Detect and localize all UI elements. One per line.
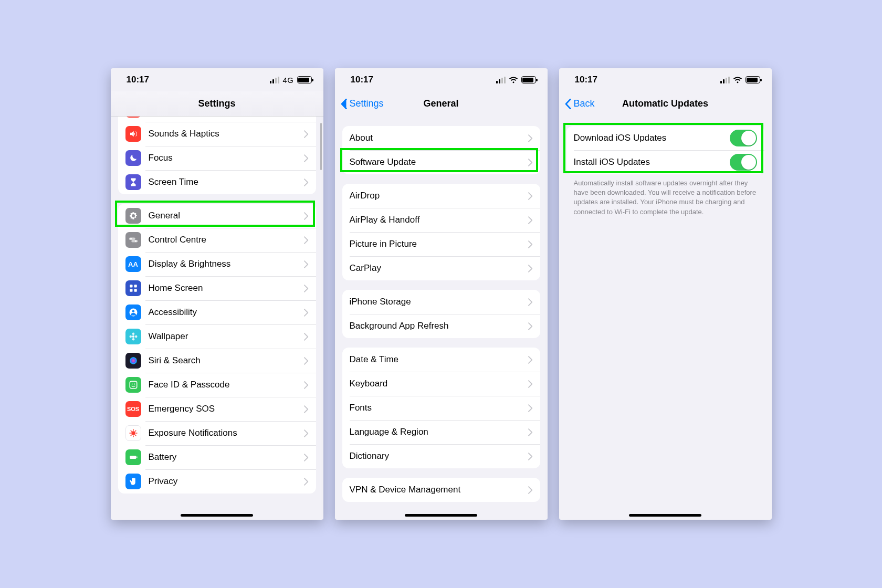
row-label: Emergency SOS xyxy=(149,404,304,414)
general-group-about: AboutSoftware Update xyxy=(342,126,540,174)
chevron-right-icon xyxy=(528,265,533,272)
page-title: Settings xyxy=(198,98,235,109)
chevron-right-icon xyxy=(304,405,309,413)
row-label: Accessibility xyxy=(149,307,304,318)
status-time: 10:17 xyxy=(351,75,373,85)
list-row-vpn[interactable]: VPN & Device Management xyxy=(342,478,540,502)
network-label: 4G xyxy=(282,76,293,85)
list-row-accessibility[interactable]: Accessibility xyxy=(118,300,316,324)
nav-bar: Back Automatic Updates xyxy=(559,91,772,117)
speaker-icon xyxy=(125,126,141,142)
toggle-switch[interactable] xyxy=(730,130,757,146)
list-row-general[interactable]: General xyxy=(118,204,316,228)
row-label: Keyboard xyxy=(350,379,528,389)
toggle-switch[interactable] xyxy=(730,154,757,171)
svg-point-9 xyxy=(132,333,134,335)
list-row-sounds-haptics[interactable]: Sounds & Haptics xyxy=(118,122,316,146)
chevron-right-icon xyxy=(528,216,533,224)
list-row-siri-search[interactable]: Siri & Search xyxy=(118,349,316,373)
list-row-wallpaper[interactable]: Wallpaper xyxy=(118,324,316,349)
row-label: Wallpaper xyxy=(149,331,304,342)
person-icon xyxy=(125,304,141,320)
svg-rect-14 xyxy=(130,381,137,388)
row-label: Home Screen xyxy=(149,283,304,293)
home-indicator[interactable] xyxy=(629,514,701,517)
svg-point-0 xyxy=(130,238,132,239)
list-row-about[interactable]: About xyxy=(342,126,540,150)
chevron-right-icon xyxy=(304,333,309,341)
chevron-right-icon xyxy=(528,453,533,460)
list-row-notifications[interactable]: Notifications xyxy=(118,117,316,122)
row-label: Background App Refresh xyxy=(350,321,528,331)
back-button[interactable]: Settings xyxy=(340,98,384,109)
row-label: Display & Brightness xyxy=(149,259,304,269)
svg-rect-19 xyxy=(136,457,138,458)
list-row-language-region[interactable]: Language & Region xyxy=(342,420,540,444)
battery-icon xyxy=(297,76,312,83)
nav-bar: Settings General xyxy=(335,91,548,117)
list-row-privacy[interactable]: Privacy xyxy=(118,469,316,494)
list-row-date-time[interactable]: Date & Time xyxy=(342,348,540,372)
svg-rect-4 xyxy=(130,289,132,292)
chevron-right-icon xyxy=(304,381,309,389)
home-indicator[interactable] xyxy=(405,514,477,517)
list-row-screen-time[interactable]: Screen Time xyxy=(118,170,316,194)
list-row-airplay-handoff[interactable]: AirPlay & Handoff xyxy=(342,208,540,232)
list-row-display-brightness[interactable]: AADisplay & Brightness xyxy=(118,252,316,276)
toggle-row-download-ios-updates: Download iOS Updates xyxy=(566,126,764,150)
list-row-fonts[interactable]: Fonts xyxy=(342,396,540,420)
list-row-picture-in-picture[interactable]: Picture in Picture xyxy=(342,232,540,256)
list-row-control-centre[interactable]: Control Centre xyxy=(118,228,316,252)
row-label: iPhone Storage xyxy=(350,297,528,307)
list-row-carplay[interactable]: CarPlay xyxy=(342,256,540,280)
list-row-software-update[interactable]: Software Update xyxy=(342,150,540,174)
settings-group-general: GeneralControl CentreAADisplay & Brightn… xyxy=(118,204,316,494)
chevron-right-icon xyxy=(304,357,309,365)
status-bar: 10:17 xyxy=(335,68,548,91)
chevron-right-icon xyxy=(304,309,309,317)
list-row-dictionary[interactable]: Dictionary xyxy=(342,444,540,468)
status-right xyxy=(720,76,760,83)
switches-icon xyxy=(125,232,141,248)
toggle-label: Download iOS Updates xyxy=(574,133,730,143)
page-title: Automatic Updates xyxy=(622,98,708,109)
row-label: CarPlay xyxy=(350,263,528,274)
svg-point-1 xyxy=(135,240,136,242)
chevron-right-icon xyxy=(304,260,309,268)
svg-point-17 xyxy=(131,431,135,435)
scrollbar[interactable] xyxy=(320,123,322,170)
row-label: Privacy xyxy=(149,476,304,487)
list-row-face-id-passcode[interactable]: Face ID & Passcode xyxy=(118,373,316,397)
nav-bar: Settings xyxy=(111,91,323,117)
chevron-right-icon xyxy=(304,236,309,244)
status-bar: 10:17 4G xyxy=(111,68,323,91)
list-row-exposure-notifications[interactable]: Exposure Notifications xyxy=(118,421,316,445)
list-row-keyboard[interactable]: Keyboard xyxy=(342,372,540,396)
general-group-peek: VPN & Device Management xyxy=(342,478,540,502)
face-icon xyxy=(125,377,141,393)
svg-rect-2 xyxy=(130,285,132,287)
row-label: AirPlay & Handoff xyxy=(350,215,528,225)
chevron-right-icon xyxy=(528,428,533,436)
grid-icon xyxy=(125,280,141,296)
general-group-airdrop: AirDropAirPlay & HandoffPicture in Pictu… xyxy=(342,184,540,280)
list-row-airdrop[interactable]: AirDrop xyxy=(342,184,540,208)
row-label: Software Update xyxy=(350,157,528,167)
svg-rect-3 xyxy=(134,285,136,287)
row-label: Sounds & Haptics xyxy=(149,129,304,139)
chevron-right-icon xyxy=(528,356,533,364)
list-row-iphone-storage[interactable]: iPhone Storage xyxy=(342,290,540,314)
list-row-battery[interactable]: Battery xyxy=(118,445,316,469)
list-row-home-screen[interactable]: Home Screen xyxy=(118,276,316,300)
svg-rect-5 xyxy=(134,289,136,292)
list-row-emergency-sos[interactable]: SOSEmergency SOS xyxy=(118,397,316,421)
hourglass-icon xyxy=(125,174,141,190)
siri-icon xyxy=(125,353,141,369)
chevron-right-icon xyxy=(528,404,533,412)
status-time: 10:17 xyxy=(127,75,149,85)
list-row-background-app-refresh[interactable]: Background App Refresh xyxy=(342,314,540,338)
back-button[interactable]: Back xyxy=(564,98,595,109)
home-indicator[interactable] xyxy=(181,514,253,517)
toggle-label: Install iOS Updates xyxy=(574,157,730,167)
list-row-focus[interactable]: Focus xyxy=(118,146,316,170)
